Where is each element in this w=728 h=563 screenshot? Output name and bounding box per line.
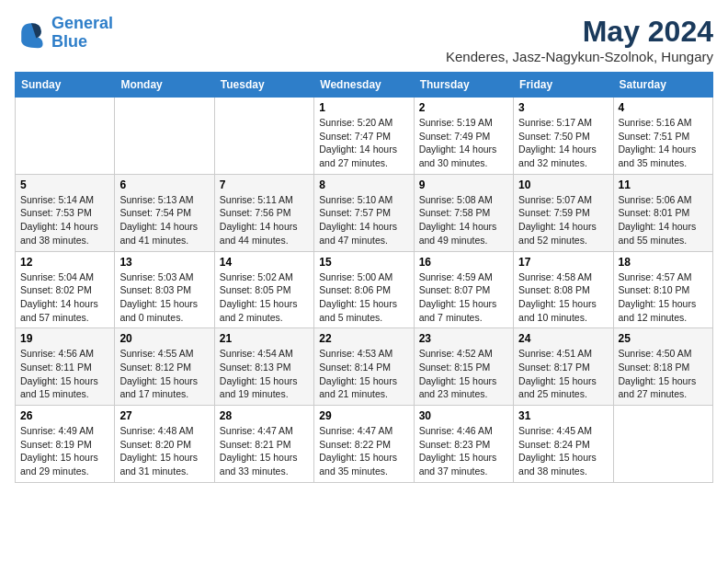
page-header: General Blue May 2024 Kenderes, Jasz-Nag… (15, 15, 713, 64)
day-number: 1 (319, 101, 408, 114)
day-number: 14 (220, 256, 309, 269)
calendar-cell (16, 98, 115, 175)
day-number: 31 (518, 409, 608, 422)
day-number: 15 (319, 256, 408, 269)
calendar-cell: 23Sunrise: 4:52 AM Sunset: 8:15 PM Dayli… (414, 328, 513, 406)
logo-text: General Blue (51, 15, 113, 52)
calendar-cell: 25Sunrise: 4:50 AM Sunset: 8:18 PM Dayli… (613, 328, 712, 406)
calendar-week-row: 5Sunrise: 5:14 AM Sunset: 7:53 PM Daylig… (16, 174, 713, 251)
weekday-header-cell: Tuesday (214, 73, 313, 98)
day-number: 11 (619, 178, 708, 191)
calendar-cell: 31Sunrise: 4:45 AM Sunset: 8:24 PM Dayli… (514, 406, 613, 483)
day-number: 23 (419, 332, 508, 345)
day-number: 10 (518, 178, 608, 191)
calendar-cell: 12Sunrise: 5:04 AM Sunset: 8:02 PM Dayli… (16, 251, 115, 328)
day-number: 27 (119, 409, 209, 422)
calendar-cell: 29Sunrise: 4:47 AM Sunset: 8:22 PM Dayli… (314, 406, 414, 483)
calendar-week-row: 12Sunrise: 5:04 AM Sunset: 8:02 PM Dayli… (16, 251, 713, 328)
day-number: 17 (518, 256, 608, 269)
calendar-cell: 1Sunrise: 5:20 AM Sunset: 7:47 PM Daylig… (314, 98, 414, 175)
calendar-week-row: 19Sunrise: 4:56 AM Sunset: 8:11 PM Dayli… (16, 328, 713, 406)
calendar-week-row: 26Sunrise: 4:49 AM Sunset: 8:19 PM Dayli… (16, 406, 713, 483)
day-info: Sunrise: 5:11 AM Sunset: 7:56 PM Dayligh… (220, 193, 309, 247)
weekday-header-cell: Monday (115, 73, 214, 98)
weekday-header-cell: Sunday (16, 73, 115, 98)
calendar-cell: 18Sunrise: 4:57 AM Sunset: 8:10 PM Dayli… (613, 251, 712, 328)
day-number: 19 (20, 332, 109, 345)
day-info: Sunrise: 4:55 AM Sunset: 8:12 PM Dayligh… (119, 347, 209, 401)
day-info: Sunrise: 4:59 AM Sunset: 8:07 PM Dayligh… (419, 270, 508, 325)
weekday-header-cell: Friday (514, 73, 613, 98)
day-number: 5 (20, 178, 109, 191)
calendar-cell: 6Sunrise: 5:13 AM Sunset: 7:54 PM Daylig… (115, 174, 214, 251)
calendar-cell: 5Sunrise: 5:14 AM Sunset: 7:53 PM Daylig… (16, 174, 115, 251)
calendar-cell (214, 98, 313, 175)
weekday-header-row: SundayMondayTuesdayWednesdayThursdayFrid… (16, 73, 713, 98)
day-info: Sunrise: 5:03 AM Sunset: 8:03 PM Dayligh… (119, 270, 209, 325)
day-info: Sunrise: 4:53 AM Sunset: 8:14 PM Dayligh… (319, 347, 408, 401)
calendar-cell: 10Sunrise: 5:07 AM Sunset: 7:59 PM Dayli… (514, 174, 613, 251)
day-info: Sunrise: 4:52 AM Sunset: 8:15 PM Dayligh… (419, 347, 508, 401)
day-info: Sunrise: 5:08 AM Sunset: 7:58 PM Dayligh… (419, 193, 508, 247)
day-number: 12 (20, 256, 109, 269)
calendar-cell (115, 98, 214, 175)
calendar-cell: 16Sunrise: 4:59 AM Sunset: 8:07 PM Dayli… (414, 251, 513, 328)
calendar-week-row: 1Sunrise: 5:20 AM Sunset: 7:47 PM Daylig… (16, 98, 713, 175)
day-info: Sunrise: 5:17 AM Sunset: 7:50 PM Dayligh… (518, 116, 608, 170)
day-info: Sunrise: 4:56 AM Sunset: 8:11 PM Dayligh… (20, 347, 109, 401)
day-info: Sunrise: 5:16 AM Sunset: 7:51 PM Dayligh… (619, 116, 708, 170)
calendar-cell (613, 406, 712, 483)
day-number: 20 (119, 332, 209, 345)
day-info: Sunrise: 5:10 AM Sunset: 7:57 PM Dayligh… (319, 193, 408, 247)
day-number: 9 (419, 178, 508, 191)
day-number: 30 (419, 409, 508, 422)
day-info: Sunrise: 5:02 AM Sunset: 8:05 PM Dayligh… (220, 270, 309, 325)
calendar-cell: 2Sunrise: 5:19 AM Sunset: 7:49 PM Daylig… (414, 98, 513, 175)
day-info: Sunrise: 4:46 AM Sunset: 8:23 PM Dayligh… (419, 424, 508, 478)
day-info: Sunrise: 4:45 AM Sunset: 8:24 PM Dayligh… (518, 424, 608, 478)
day-info: Sunrise: 5:00 AM Sunset: 8:06 PM Dayligh… (319, 270, 408, 325)
day-number: 24 (518, 332, 608, 345)
day-info: Sunrise: 4:50 AM Sunset: 8:18 PM Dayligh… (619, 347, 708, 401)
day-info: Sunrise: 4:58 AM Sunset: 8:08 PM Dayligh… (518, 270, 608, 325)
calendar-cell: 17Sunrise: 4:58 AM Sunset: 8:08 PM Dayli… (514, 251, 613, 328)
day-info: Sunrise: 5:06 AM Sunset: 8:01 PM Dayligh… (619, 193, 708, 247)
day-number: 13 (119, 256, 209, 269)
logo-icon (15, 17, 48, 50)
day-info: Sunrise: 5:13 AM Sunset: 7:54 PM Dayligh… (119, 193, 209, 247)
calendar-cell: 9Sunrise: 5:08 AM Sunset: 7:58 PM Daylig… (414, 174, 513, 251)
day-number: 18 (619, 256, 708, 269)
day-info: Sunrise: 5:14 AM Sunset: 7:53 PM Dayligh… (20, 193, 109, 247)
calendar-cell: 28Sunrise: 4:47 AM Sunset: 8:21 PM Dayli… (214, 406, 313, 483)
calendar-cell: 26Sunrise: 4:49 AM Sunset: 8:19 PM Dayli… (16, 406, 115, 483)
day-number: 26 (20, 409, 109, 422)
day-info: Sunrise: 5:20 AM Sunset: 7:47 PM Dayligh… (319, 116, 408, 170)
day-number: 21 (220, 332, 309, 345)
day-number: 16 (419, 256, 508, 269)
month-title: May 2024 (446, 15, 713, 49)
day-number: 8 (319, 178, 408, 191)
calendar-cell: 21Sunrise: 4:54 AM Sunset: 8:13 PM Dayli… (214, 328, 313, 406)
calendar-body: 1Sunrise: 5:20 AM Sunset: 7:47 PM Daylig… (16, 98, 713, 483)
calendar-cell: 30Sunrise: 4:46 AM Sunset: 8:23 PM Dayli… (414, 406, 513, 483)
day-number: 29 (319, 409, 408, 422)
day-info: Sunrise: 4:47 AM Sunset: 8:22 PM Dayligh… (319, 424, 408, 478)
calendar-cell: 3Sunrise: 5:17 AM Sunset: 7:50 PM Daylig… (514, 98, 613, 175)
calendar-cell: 20Sunrise: 4:55 AM Sunset: 8:12 PM Dayli… (115, 328, 214, 406)
day-number: 3 (518, 101, 608, 114)
calendar-cell: 15Sunrise: 5:00 AM Sunset: 8:06 PM Dayli… (314, 251, 414, 328)
day-info: Sunrise: 5:07 AM Sunset: 7:59 PM Dayligh… (518, 193, 608, 247)
calendar-cell: 4Sunrise: 5:16 AM Sunset: 7:51 PM Daylig… (613, 98, 712, 175)
calendar-table: SundayMondayTuesdayWednesdayThursdayFrid… (15, 72, 713, 483)
day-number: 6 (119, 178, 209, 191)
day-info: Sunrise: 5:04 AM Sunset: 8:02 PM Dayligh… (20, 270, 109, 325)
calendar-cell: 19Sunrise: 4:56 AM Sunset: 8:11 PM Dayli… (16, 328, 115, 406)
day-number: 22 (319, 332, 408, 345)
calendar-cell: 13Sunrise: 5:03 AM Sunset: 8:03 PM Dayli… (115, 251, 214, 328)
calendar-cell: 14Sunrise: 5:02 AM Sunset: 8:05 PM Dayli… (214, 251, 313, 328)
day-number: 25 (619, 332, 708, 345)
day-number: 7 (220, 178, 309, 191)
logo: General Blue (15, 15, 113, 52)
calendar-cell: 22Sunrise: 4:53 AM Sunset: 8:14 PM Dayli… (314, 328, 414, 406)
weekday-header-cell: Saturday (613, 73, 712, 98)
